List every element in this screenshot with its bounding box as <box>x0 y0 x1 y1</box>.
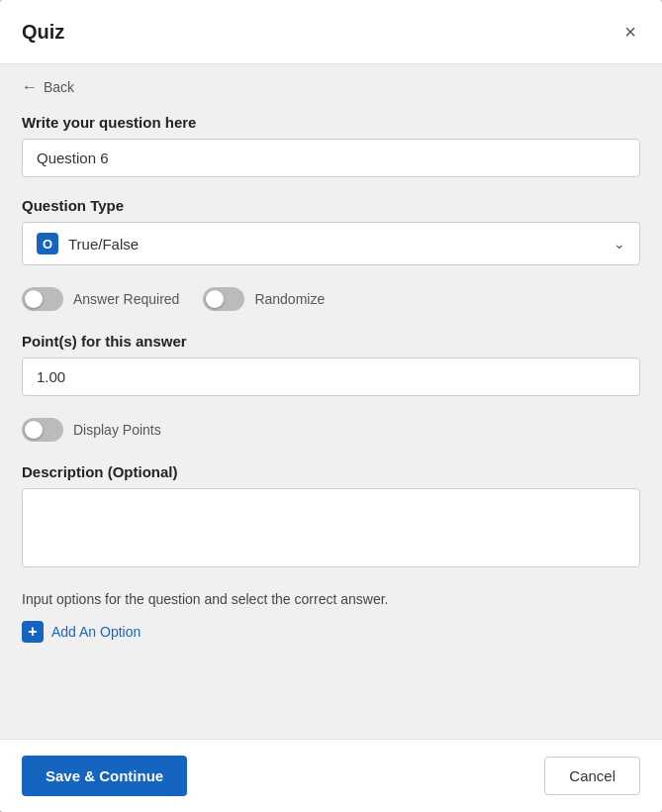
close-button[interactable]: × <box>620 18 640 46</box>
display-points-row: Display Points <box>0 406 662 454</box>
selected-type-text: True/False <box>68 236 604 253</box>
question-input[interactable] <box>22 139 640 177</box>
display-points-label: Display Points <box>73 422 161 438</box>
display-points-group: Display Points <box>22 418 161 442</box>
back-arrow-icon: ← <box>22 78 38 96</box>
back-label: Back <box>44 79 74 95</box>
question-type-section: Question Type O True/False ⌄ <box>0 187 662 275</box>
display-points-toggle[interactable] <box>22 418 63 442</box>
true-false-icon: O <box>37 233 58 254</box>
toggles-row: Answer Required Randomize <box>0 275 662 323</box>
modal-body: ← Back Write your question here Question… <box>0 64 662 739</box>
answer-required-label: Answer Required <box>73 291 179 307</box>
description-textarea[interactable] <box>22 488 640 567</box>
modal: Quiz × ← Back Write your question here Q… <box>0 0 662 812</box>
points-section: Point(s) for this answer <box>0 323 662 406</box>
modal-header: Quiz × <box>0 0 662 64</box>
modal-footer: Save & Continue Cancel <box>0 739 662 812</box>
question-type-label: Question Type <box>22 197 640 214</box>
answer-required-group: Answer Required <box>22 287 179 311</box>
question-type-select[interactable]: O True/False ⌄ <box>22 222 640 265</box>
randomize-slider <box>203 287 244 311</box>
randomize-group: Randomize <box>203 287 325 311</box>
add-option-row[interactable]: + Add An Option <box>0 613 662 659</box>
question-section: Write your question here <box>0 104 662 187</box>
points-label: Point(s) for this answer <box>22 333 640 350</box>
cancel-button[interactable]: Cancel <box>544 757 640 795</box>
points-input[interactable] <box>22 357 640 396</box>
description-label: Description (Optional) <box>22 463 640 480</box>
save-continue-button[interactable]: Save & Continue <box>22 756 187 796</box>
randomize-toggle[interactable] <box>203 287 244 311</box>
description-section: Description (Optional) <box>0 454 662 581</box>
chevron-down-icon: ⌄ <box>614 236 625 252</box>
input-options-info: Input options for the question and selec… <box>0 581 662 613</box>
add-option-label: Add An Option <box>51 624 141 640</box>
question-type-select-wrapper: O True/False ⌄ <box>22 222 640 265</box>
answer-required-toggle[interactable] <box>22 287 63 311</box>
add-option-icon: + <box>22 621 44 643</box>
randomize-label: Randomize <box>254 291 325 307</box>
display-points-slider <box>22 418 63 442</box>
question-label: Write your question here <box>22 114 640 131</box>
back-button[interactable]: ← Back <box>0 64 96 104</box>
modal-title: Quiz <box>22 21 64 44</box>
answer-required-slider <box>22 287 63 311</box>
